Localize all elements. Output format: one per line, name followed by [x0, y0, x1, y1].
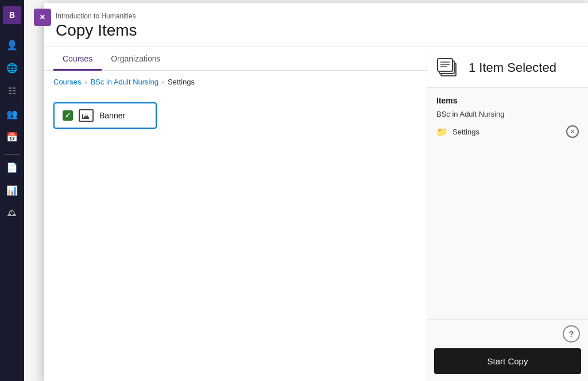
copy-items-dialog: × Introduction to Humanities Copy Items …: [44, 3, 588, 381]
tab-courses[interactable]: Courses: [53, 47, 102, 71]
sidebar-nav-grid[interactable]: ☷: [3, 82, 21, 100]
nav-divider: [5, 154, 19, 155]
sidebar-nav-person[interactable]: 👤: [3, 36, 21, 54]
dialog-container: × Introduction to Humanities Copy Items …: [24, 0, 588, 381]
sidebar-nav-document[interactable]: 📄: [3, 158, 21, 176]
sidebar-logo[interactable]: B: [3, 6, 21, 24]
item-row-left: 📁 Settings: [436, 126, 479, 137]
course-name: BSc in Adult Nursing: [436, 110, 579, 118]
sidebar-nav-globe[interactable]: 🌐: [3, 59, 21, 77]
content-panel: Courses Organizations Courses › BSc in A…: [44, 47, 427, 381]
dialog-subtitle: Introduction to Humanities: [56, 12, 577, 20]
selected-header: 1 Item Selected: [427, 47, 588, 88]
item-row: 📁 Settings ×: [436, 123, 579, 140]
folder-icon: 📁: [436, 126, 448, 137]
tab-organizations[interactable]: Organizations: [102, 47, 169, 71]
sidebar: B 👤 🌐 ☷ 👥 📅 📄 📊 🕰: [0, 0, 24, 381]
help-button[interactable]: ?: [563, 325, 580, 342]
svg-rect-2: [438, 59, 452, 71]
item-name: Settings: [452, 128, 479, 136]
breadcrumb-sep-2: ›: [162, 78, 164, 86]
dialog-header: Introduction to Humanities Copy Items: [44, 3, 588, 47]
selected-count: 1 Item Selected: [469, 60, 556, 75]
help-area: ?: [427, 319, 588, 348]
tabs: Courses Organizations: [44, 47, 427, 71]
banner-checkbox: [63, 110, 73, 121]
sidebar-nav-chart[interactable]: 📊: [3, 181, 21, 199]
breadcrumb-current: Settings: [168, 78, 195, 86]
main-area: × Introduction to Humanities Copy Items …: [24, 0, 588, 381]
dialog-title: Copy Items: [56, 21, 577, 40]
breadcrumb-course-link[interactable]: BSc in Adult Nursing: [90, 78, 158, 86]
breadcrumb: Courses › BSc in Adult Nursing › Setting…: [44, 71, 427, 93]
right-panel: 1 Item Selected Items BSc in Adult Nursi…: [427, 47, 588, 381]
sidebar-nav-calendar[interactable]: 📅: [3, 128, 21, 146]
breadcrumb-courses-link[interactable]: Courses: [53, 78, 81, 86]
copy-stack-icon: [436, 56, 461, 79]
breadcrumb-sep-1: ›: [84, 78, 87, 86]
sidebar-nav-user-circle[interactable]: 🕰: [3, 204, 21, 222]
sidebar-nav-users[interactable]: 👥: [3, 105, 21, 123]
content-area: Banner: [44, 93, 427, 381]
dialog-body: Courses Organizations Courses › BSc in A…: [44, 47, 588, 381]
remove-item-button[interactable]: ×: [566, 125, 579, 138]
banner-image-icon: [79, 109, 94, 122]
banner-label: Banner: [99, 111, 125, 120]
banner-item[interactable]: Banner: [53, 102, 157, 129]
start-copy-button[interactable]: Start Copy: [434, 348, 581, 374]
items-section: Items BSc in Adult Nursing 📁 Settings ×: [427, 88, 588, 319]
items-heading: Items: [436, 96, 579, 105]
